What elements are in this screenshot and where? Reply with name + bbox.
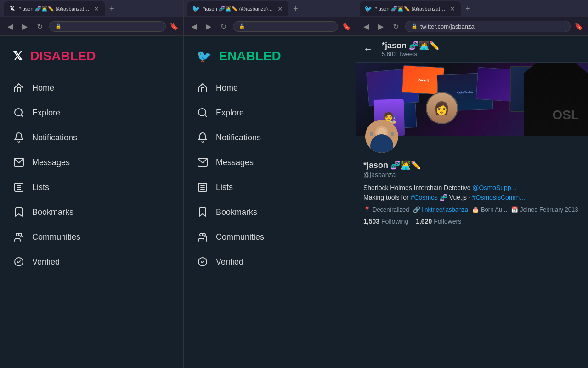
forward-button-left[interactable]: ▶ [19,20,30,33]
bookmark-icon-left [13,206,25,218]
refresh-button-right[interactable]: ↻ [390,20,401,33]
list-icon-middle [197,181,209,193]
link-text[interactable]: linktr.ee/jasbanza [422,206,468,213]
bookmark-button-middle[interactable]: 🔖 [342,22,351,31]
sidebar-item-lists-left[interactable]: Lists [7,176,176,199]
bio-hashtag-1[interactable]: #Cosmos [411,194,438,201]
profile-tweet-count: 5,683 Tweets [382,51,581,58]
meta-birthday: 🎂 Born Au... [472,206,507,213]
followers-label: Followers [434,218,461,225]
osl-text: OSL [552,108,579,122]
tab-close-middle[interactable]: ✕ [277,5,284,12]
birthday-icon: 🎂 [472,206,479,213]
back-button-middle[interactable]: ◀ [188,20,199,33]
tab-close-left[interactable]: ✕ [93,5,100,12]
mail-icon-left [13,156,25,168]
x-favicon-left: 𝕏 [8,5,16,12]
new-tab-button-middle[interactable]: + [290,4,301,14]
back-button-right[interactable]: ◀ [361,20,372,33]
messages-label-middle: Messages [216,158,254,167]
bookmark-button-right[interactable]: 🔖 [574,22,583,31]
profile-display-name: *jason 🧬👩‍💻✏️ [363,160,581,170]
tab-close-right[interactable]: ✕ [449,5,456,12]
new-tab-button-left[interactable]: + [107,4,117,14]
home-icon-middle [197,82,209,94]
search-icon-left [13,107,25,119]
sidebar-left: 𝕏 DISABLED Home Explore Noti [0,36,183,368]
followers-count: 1,620 [416,218,432,225]
sidebar-item-notifications-left[interactable]: Notifications [7,126,176,149]
communities-icon-left [13,231,25,243]
sidebar-item-messages-left[interactable]: Messages [7,151,176,174]
sidebar-item-bookmarks-left[interactable]: Bookmarks [7,201,176,224]
url-text-right: twitter.com/jasbanza [420,23,475,30]
birthday-text: Born Au... [481,206,507,213]
sidebar-item-communities-middle[interactable]: Communities [191,225,348,248]
messages-label-left: Messages [32,158,70,167]
address-bar-left[interactable]: 🔒 [49,21,166,32]
sidebar-item-communities-left[interactable]: Communities [7,225,176,248]
refresh-button-middle[interactable]: ↻ [218,20,229,33]
avatar-face [365,120,398,153]
back-arrow-button[interactable]: ← [363,44,373,54]
home-icon-left [13,82,25,94]
sidebar-item-bookmarks-middle[interactable]: Bookmarks [191,201,348,224]
tab-left[interactable]: 𝕏 *jason 🧬👩‍💻✏️ (@jasbanza) / Tw... ✕ [4,1,105,16]
search-icon-middle [197,107,209,119]
calendar-icon: 📅 [511,206,518,213]
following-stat[interactable]: 1,503 Following [363,218,408,225]
list-icon-left [13,181,25,193]
profile-header-info: *jason 🧬👩‍💻✏️ 5,683 Tweets [382,40,581,58]
verified-icon-left [13,256,25,268]
verified-label-middle: Verified [216,257,243,267]
bio-mention[interactable]: @OsmoSupp... [472,184,516,191]
bio-text-2: Making tools for [363,194,411,201]
sidebar-item-verified-left[interactable]: Verified [7,250,176,273]
logo-area-middle: 🐦 ENABLED [191,45,348,67]
sidebar-item-home-left[interactable]: Home [7,76,176,99]
address-bar-right[interactable]: 🔒 twitter.com/jasbanza [405,21,571,32]
forward-button-middle[interactable]: ▶ [203,20,214,33]
banner-face: 👩 [426,92,458,124]
sidebar-item-explore-middle[interactable]: Explore [191,101,348,124]
sidebar-item-messages-middle[interactable]: Messages [191,151,348,174]
person-silhouette: OSL [524,63,588,136]
sidebar-item-lists-middle[interactable]: Lists [191,176,348,199]
nav-bar-middle: ◀ ▶ ↻ 🔒 🔖 [184,17,356,36]
browser-window-right: 🐦 *jason 🧬👩‍💻✏️ (@jasbanza) / Tw... ✕ + … [356,0,588,368]
logo-area-left: 𝕏 DISABLED [7,45,176,67]
explore-label-middle: Explore [216,108,244,118]
tab-title-right: *jason 🧬👩‍💻✏️ (@jasbanza) / Tw... [375,6,446,12]
status-label-left: DISABLED [30,49,96,63]
communities-label-middle: Communities [216,232,264,242]
following-count: 1,503 [363,218,379,225]
svg-line-1 [21,115,23,117]
bookmark-button-left[interactable]: 🔖 [170,22,179,31]
tab-middle[interactable]: 🐦 *jason 🧬👩‍💻✏️ (@jasbanza) / Tw... ✕ [187,1,288,16]
communities-icon-middle [197,231,209,243]
browsers-container: 𝕏 *jason 🧬👩‍💻✏️ (@jasbanza) / Tw... ✕ + … [0,0,588,368]
new-tab-button-right[interactable]: + [463,4,473,14]
sidebar-item-home-middle[interactable]: Home [191,76,348,99]
sidebar-item-verified-middle[interactable]: Verified [191,250,348,273]
bell-icon-middle [197,132,209,144]
address-bar-middle[interactable]: 🔒 [233,21,338,32]
home-label-middle: Home [216,83,238,93]
back-button-left[interactable]: ◀ [5,20,16,33]
forward-button-right[interactable]: ▶ [375,20,386,33]
refresh-button-left[interactable]: ↻ [34,20,45,33]
profile-info: *jason 🧬👩‍💻✏️ @jasbanza Sherlock Holmes … [356,160,588,230]
explore-label-left: Explore [32,108,60,118]
svg-point-23 [372,141,392,153]
sidebar-item-explore-left[interactable]: Explore [7,101,176,124]
bell-icon-left [13,132,25,144]
location-icon: 📍 [363,206,371,213]
tab-right[interactable]: 🐦 *jason 🧬👩‍💻✏️ (@jasbanza) / Tw... ✕ [360,1,461,16]
followers-stat[interactable]: 1,620 Followers [416,218,461,225]
following-label: Following [381,218,408,225]
x-logo-icon-left: 𝕏 [13,49,23,63]
bio-hashtag-2[interactable]: #OsmosisComm... [472,194,525,201]
sidebar-item-notifications-middle[interactable]: Notifications [191,126,348,149]
profile-meta: 📍 Decentralized 🔗 linktr.ee/jasbanza 🎂 B… [363,206,581,213]
profile-stats: 1,503 Following 1,620 Followers [363,218,581,225]
